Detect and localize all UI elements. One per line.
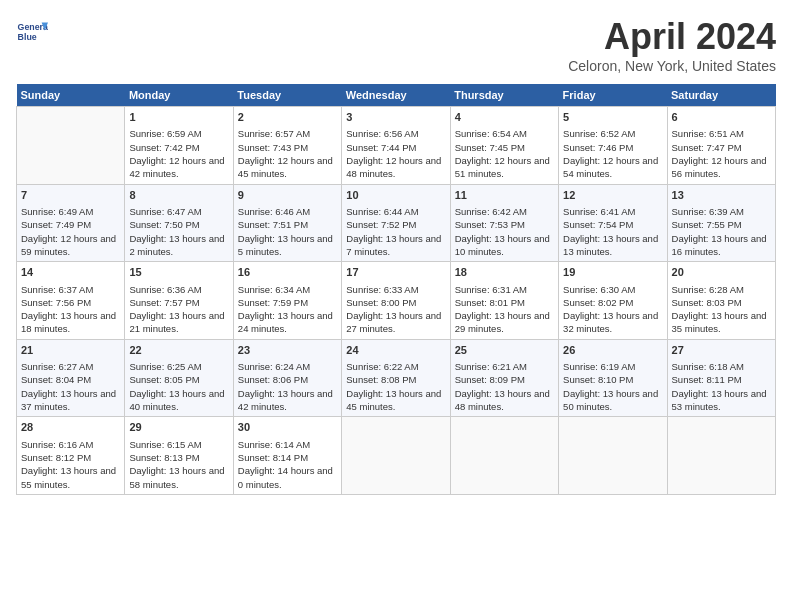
sunset-text: Sunset: 7:45 PM	[455, 142, 525, 153]
daylight-text: Daylight: 13 hours and 40 minutes.	[129, 388, 224, 412]
daylight-text: Daylight: 13 hours and 35 minutes.	[672, 310, 767, 334]
sunset-text: Sunset: 8:09 PM	[455, 374, 525, 385]
sunset-text: Sunset: 8:13 PM	[129, 452, 199, 463]
daylight-text: Daylight: 13 hours and 21 minutes.	[129, 310, 224, 334]
sunrise-text: Sunrise: 6:41 AM	[563, 206, 635, 217]
sunrise-text: Sunrise: 6:25 AM	[129, 361, 201, 372]
weekday-header-row: SundayMondayTuesdayWednesdayThursdayFrid…	[17, 84, 776, 107]
daylight-text: Daylight: 13 hours and 48 minutes.	[455, 388, 550, 412]
sunrise-text: Sunrise: 6:30 AM	[563, 284, 635, 295]
calendar-cell: 4 Sunrise: 6:54 AM Sunset: 7:45 PM Dayli…	[450, 107, 558, 185]
daylight-text: Daylight: 12 hours and 54 minutes.	[563, 155, 658, 179]
daylight-text: Daylight: 13 hours and 10 minutes.	[455, 233, 550, 257]
sunset-text: Sunset: 7:55 PM	[672, 219, 742, 230]
day-number: 19	[563, 265, 662, 280]
calendar-cell	[17, 107, 125, 185]
calendar-cell: 19 Sunrise: 6:30 AM Sunset: 8:02 PM Dayl…	[559, 262, 667, 340]
sunset-text: Sunset: 7:47 PM	[672, 142, 742, 153]
daylight-text: Daylight: 13 hours and 18 minutes.	[21, 310, 116, 334]
day-number: 24	[346, 343, 445, 358]
calendar-cell: 5 Sunrise: 6:52 AM Sunset: 7:46 PM Dayli…	[559, 107, 667, 185]
weekday-header-thursday: Thursday	[450, 84, 558, 107]
day-number: 21	[21, 343, 120, 358]
daylight-text: Daylight: 13 hours and 5 minutes.	[238, 233, 333, 257]
day-number: 15	[129, 265, 228, 280]
day-number: 25	[455, 343, 554, 358]
svg-text:Blue: Blue	[18, 32, 37, 42]
calendar-cell: 17 Sunrise: 6:33 AM Sunset: 8:00 PM Dayl…	[342, 262, 450, 340]
sunrise-text: Sunrise: 6:44 AM	[346, 206, 418, 217]
sunset-text: Sunset: 8:10 PM	[563, 374, 633, 385]
logo-icon: General Blue	[16, 16, 48, 48]
daylight-text: Daylight: 12 hours and 42 minutes.	[129, 155, 224, 179]
day-number: 8	[129, 188, 228, 203]
daylight-text: Daylight: 13 hours and 45 minutes.	[346, 388, 441, 412]
sunrise-text: Sunrise: 6:57 AM	[238, 128, 310, 139]
sunrise-text: Sunrise: 6:47 AM	[129, 206, 201, 217]
calendar-cell: 21 Sunrise: 6:27 AM Sunset: 8:04 PM Dayl…	[17, 339, 125, 417]
weekday-header-saturday: Saturday	[667, 84, 775, 107]
sunrise-text: Sunrise: 6:52 AM	[563, 128, 635, 139]
day-number: 3	[346, 110, 445, 125]
calendar-week-row: 21 Sunrise: 6:27 AM Sunset: 8:04 PM Dayl…	[17, 339, 776, 417]
calendar-cell: 16 Sunrise: 6:34 AM Sunset: 7:59 PM Dayl…	[233, 262, 341, 340]
daylight-text: Daylight: 13 hours and 2 minutes.	[129, 233, 224, 257]
calendar-cell: 18 Sunrise: 6:31 AM Sunset: 8:01 PM Dayl…	[450, 262, 558, 340]
sunrise-text: Sunrise: 6:14 AM	[238, 439, 310, 450]
calendar-week-row: 1 Sunrise: 6:59 AM Sunset: 7:42 PM Dayli…	[17, 107, 776, 185]
day-number: 30	[238, 420, 337, 435]
title-section: April 2024 Celoron, New York, United Sta…	[568, 16, 776, 74]
sunrise-text: Sunrise: 6:49 AM	[21, 206, 93, 217]
weekday-header-monday: Monday	[125, 84, 233, 107]
day-number: 18	[455, 265, 554, 280]
sunset-text: Sunset: 7:54 PM	[563, 219, 633, 230]
day-number: 14	[21, 265, 120, 280]
calendar-cell	[450, 417, 558, 495]
sunset-text: Sunset: 8:02 PM	[563, 297, 633, 308]
calendar-week-row: 7 Sunrise: 6:49 AM Sunset: 7:49 PM Dayli…	[17, 184, 776, 262]
day-number: 12	[563, 188, 662, 203]
sunrise-text: Sunrise: 6:24 AM	[238, 361, 310, 372]
day-number: 6	[672, 110, 771, 125]
calendar-cell: 13 Sunrise: 6:39 AM Sunset: 7:55 PM Dayl…	[667, 184, 775, 262]
calendar-week-row: 28 Sunrise: 6:16 AM Sunset: 8:12 PM Dayl…	[17, 417, 776, 495]
daylight-text: Daylight: 13 hours and 24 minutes.	[238, 310, 333, 334]
sunrise-text: Sunrise: 6:33 AM	[346, 284, 418, 295]
day-number: 29	[129, 420, 228, 435]
calendar-cell: 6 Sunrise: 6:51 AM Sunset: 7:47 PM Dayli…	[667, 107, 775, 185]
day-number: 16	[238, 265, 337, 280]
sunset-text: Sunset: 7:50 PM	[129, 219, 199, 230]
day-number: 20	[672, 265, 771, 280]
sunset-text: Sunset: 7:51 PM	[238, 219, 308, 230]
calendar-cell: 26 Sunrise: 6:19 AM Sunset: 8:10 PM Dayl…	[559, 339, 667, 417]
calendar-cell: 15 Sunrise: 6:36 AM Sunset: 7:57 PM Dayl…	[125, 262, 233, 340]
sunset-text: Sunset: 8:12 PM	[21, 452, 91, 463]
daylight-text: Daylight: 13 hours and 58 minutes.	[129, 465, 224, 489]
day-number: 23	[238, 343, 337, 358]
sunset-text: Sunset: 7:59 PM	[238, 297, 308, 308]
calendar-cell: 10 Sunrise: 6:44 AM Sunset: 7:52 PM Dayl…	[342, 184, 450, 262]
calendar-cell: 22 Sunrise: 6:25 AM Sunset: 8:05 PM Dayl…	[125, 339, 233, 417]
sunset-text: Sunset: 7:53 PM	[455, 219, 525, 230]
weekday-header-sunday: Sunday	[17, 84, 125, 107]
weekday-header-friday: Friday	[559, 84, 667, 107]
sunrise-text: Sunrise: 6:16 AM	[21, 439, 93, 450]
sunset-text: Sunset: 8:06 PM	[238, 374, 308, 385]
sunrise-text: Sunrise: 6:22 AM	[346, 361, 418, 372]
location-subtitle: Celoron, New York, United States	[568, 58, 776, 74]
day-number: 22	[129, 343, 228, 358]
calendar-cell: 11 Sunrise: 6:42 AM Sunset: 7:53 PM Dayl…	[450, 184, 558, 262]
calendar-cell: 29 Sunrise: 6:15 AM Sunset: 8:13 PM Dayl…	[125, 417, 233, 495]
calendar-cell: 7 Sunrise: 6:49 AM Sunset: 7:49 PM Dayli…	[17, 184, 125, 262]
sunset-text: Sunset: 7:52 PM	[346, 219, 416, 230]
sunrise-text: Sunrise: 6:56 AM	[346, 128, 418, 139]
sunset-text: Sunset: 8:08 PM	[346, 374, 416, 385]
page-header: General Blue General Blue April 2024 Cel…	[16, 16, 776, 74]
sunset-text: Sunset: 7:44 PM	[346, 142, 416, 153]
calendar-cell: 1 Sunrise: 6:59 AM Sunset: 7:42 PM Dayli…	[125, 107, 233, 185]
day-number: 26	[563, 343, 662, 358]
calendar-cell: 3 Sunrise: 6:56 AM Sunset: 7:44 PM Dayli…	[342, 107, 450, 185]
sunrise-text: Sunrise: 6:36 AM	[129, 284, 201, 295]
sunrise-text: Sunrise: 6:27 AM	[21, 361, 93, 372]
sunrise-text: Sunrise: 6:18 AM	[672, 361, 744, 372]
